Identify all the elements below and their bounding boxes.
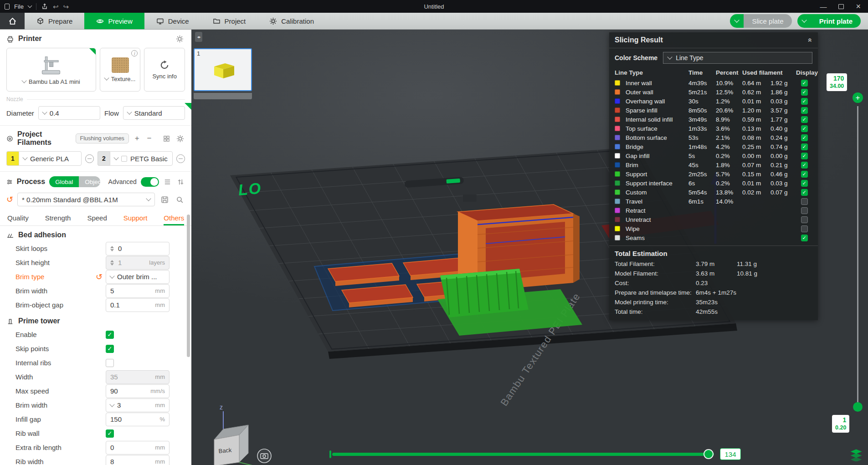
tab-quality[interactable]: Quality bbox=[7, 210, 29, 225]
display-checkbox[interactable] bbox=[801, 89, 808, 96]
layer-slider-handle[interactable] bbox=[853, 402, 863, 412]
display-checkbox[interactable] bbox=[801, 98, 808, 105]
display-checkbox[interactable] bbox=[801, 116, 808, 123]
print-options-chevron-icon[interactable] bbox=[797, 14, 811, 28]
infill-gap-input[interactable]: 150% bbox=[106, 413, 169, 426]
filament-1-chip[interactable]: 1 Generic PLA bbox=[6, 151, 82, 166]
close-button[interactable]: × bbox=[856, 2, 861, 10]
panel-collapse-icon[interactable]: « bbox=[807, 38, 814, 42]
color-scheme-select[interactable]: Line Type bbox=[663, 52, 812, 64]
display-checkbox[interactable] bbox=[801, 134, 808, 141]
display-checkbox[interactable] bbox=[801, 235, 808, 241]
tab-others[interactable]: Others bbox=[164, 210, 184, 225]
tab-support[interactable]: Support bbox=[123, 210, 148, 225]
plate-thumbnail[interactable]: 1 bbox=[194, 48, 252, 91]
tab-project[interactable]: Project bbox=[201, 13, 258, 29]
filament-2-chip[interactable]: 2 PETG Basic bbox=[98, 151, 173, 166]
brim-type-select[interactable]: Outer brim ... bbox=[106, 270, 169, 284]
skirt-height-input[interactable]: 1layers bbox=[106, 256, 169, 270]
sync-info-button[interactable]: Sync info bbox=[144, 48, 185, 92]
layer-slider-add-button[interactable]: + bbox=[853, 92, 863, 103]
filament-list-icon[interactable] bbox=[161, 133, 171, 144]
remove-filament-button[interactable]: − bbox=[145, 134, 154, 143]
printer-select-chevron-icon[interactable] bbox=[21, 78, 26, 83]
home-button[interactable] bbox=[0, 13, 25, 29]
printer-card[interactable]: Bambu Lab A1 mini bbox=[6, 48, 96, 92]
extra-rib-length-input[interactable]: 0mm bbox=[106, 441, 169, 455]
flow-select[interactable]: Standard bbox=[123, 106, 185, 120]
display-checkbox[interactable] bbox=[801, 107, 808, 114]
display-checkbox[interactable] bbox=[801, 207, 808, 214]
navigation-cube[interactable]: z Back bbox=[201, 404, 254, 465]
tab-device[interactable]: Device bbox=[144, 13, 201, 29]
undo-icon[interactable]: ↩ bbox=[53, 3, 59, 10]
nozzle-diameter-select[interactable]: 0.4 bbox=[38, 106, 100, 120]
sidebar-collapse-button[interactable]: ◂▸ bbox=[195, 32, 202, 42]
rib-wall-checkbox[interactable] bbox=[106, 429, 114, 438]
flushing-volumes-button[interactable]: Flushing volumes bbox=[76, 133, 129, 143]
process-preset-select[interactable]: * 0.20mm Standard @BBL A1M bbox=[17, 193, 155, 206]
skirt-loops-input[interactable]: 0 bbox=[106, 242, 169, 255]
display-checkbox[interactable] bbox=[801, 80, 808, 87]
display-checkbox[interactable] bbox=[801, 162, 808, 169]
plate-type-card[interactable]: i Texture... bbox=[100, 48, 141, 92]
tab-calibration[interactable]: Calibration bbox=[257, 13, 326, 29]
search-icon[interactable] bbox=[174, 194, 185, 205]
display-checkbox[interactable] bbox=[801, 153, 808, 159]
reset-preset-icon[interactable]: ↺ bbox=[6, 195, 13, 204]
compare-preset-icon[interactable] bbox=[176, 176, 185, 187]
brim-width-input[interactable]: 5mm bbox=[106, 284, 169, 298]
display-checkbox[interactable] bbox=[801, 171, 808, 178]
stepper-arrows[interactable] bbox=[110, 260, 114, 266]
display-checkbox[interactable] bbox=[801, 198, 808, 205]
tab-strength[interactable]: Strength bbox=[45, 210, 71, 225]
step-slider-handle[interactable] bbox=[704, 449, 714, 459]
maximize-button[interactable] bbox=[838, 4, 844, 9]
slice-plate-button[interactable]: Slice plate bbox=[730, 14, 791, 28]
reset-brim-type-icon[interactable]: ↺ bbox=[96, 273, 103, 281]
step-slider-track[interactable] bbox=[332, 453, 714, 456]
filament-settings-gear-icon[interactable] bbox=[175, 133, 185, 144]
save-preset-icon[interactable] bbox=[159, 194, 170, 205]
minimize-button[interactable]: — bbox=[820, 3, 827, 10]
filament-2-select[interactable]: PETG Basic bbox=[110, 151, 173, 166]
filament-1-select[interactable]: Generic PLA bbox=[19, 151, 82, 166]
display-checkbox[interactable] bbox=[801, 216, 808, 223]
parameter-list-icon[interactable] bbox=[163, 176, 172, 187]
print-plate-button[interactable]: Print plate bbox=[797, 14, 861, 28]
screenshot-button[interactable] bbox=[257, 449, 271, 463]
export-icon[interactable] bbox=[41, 3, 48, 10]
slice-options-chevron-icon[interactable] bbox=[730, 14, 744, 28]
tab-preview[interactable]: Preview bbox=[84, 13, 144, 29]
rib-width-input[interactable]: 8mm bbox=[106, 455, 169, 465]
prime-brim-width-select[interactable]: 3mm bbox=[106, 399, 169, 412]
internal-ribs-checkbox[interactable] bbox=[106, 359, 114, 367]
file-menu-chevron-icon[interactable] bbox=[28, 4, 32, 8]
stepper-arrows[interactable] bbox=[110, 246, 114, 251]
layer-slider-track[interactable] bbox=[857, 106, 858, 403]
redo-icon[interactable]: ↪ bbox=[63, 3, 69, 10]
info-icon[interactable]: i bbox=[131, 50, 138, 56]
tab-prepare[interactable]: Prepare bbox=[25, 13, 84, 29]
sidebar-scrollbar[interactable] bbox=[187, 215, 190, 357]
tab-speed[interactable]: Speed bbox=[87, 210, 107, 225]
scope-objects-segment[interactable]: Objects bbox=[79, 176, 100, 187]
process-scope-toggle[interactable]: Global Objects bbox=[49, 176, 100, 187]
scope-global-segment[interactable]: Global bbox=[49, 176, 79, 187]
display-checkbox[interactable] bbox=[801, 125, 808, 132]
display-checkbox[interactable] bbox=[801, 189, 808, 196]
brim-object-gap-input[interactable]: 0.1mm bbox=[106, 298, 169, 312]
printer-settings-gear-icon[interactable] bbox=[174, 33, 185, 44]
display-checkbox[interactable] bbox=[801, 180, 808, 187]
file-menu[interactable]: File bbox=[14, 3, 24, 10]
filament-2-edit-icon[interactable] bbox=[176, 154, 185, 163]
max-speed-input[interactable]: 90mm/s bbox=[106, 384, 169, 398]
display-checkbox[interactable] bbox=[801, 225, 808, 232]
prime-enable-checkbox[interactable] bbox=[106, 331, 114, 339]
layers-view-icon[interactable] bbox=[849, 449, 863, 461]
display-checkbox[interactable] bbox=[801, 143, 808, 150]
prime-width-input[interactable]: 35mm bbox=[106, 370, 169, 384]
plate-select-chevron-icon[interactable] bbox=[104, 75, 109, 80]
skip-points-checkbox[interactable] bbox=[106, 345, 114, 353]
advanced-toggle[interactable] bbox=[141, 177, 159, 187]
